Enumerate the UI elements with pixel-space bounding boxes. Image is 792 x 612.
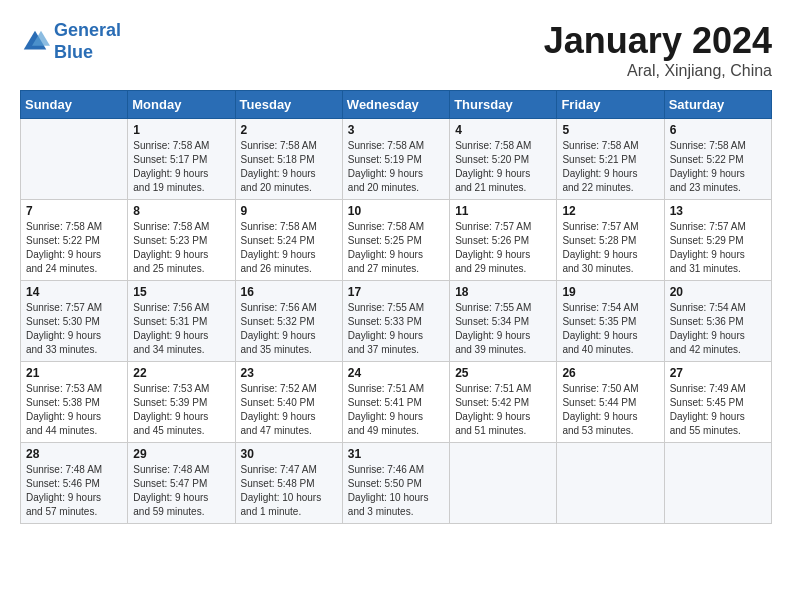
day-info: Sunrise: 7:47 AM Sunset: 5:48 PM Dayligh… (241, 463, 337, 519)
calendar-cell: 9Sunrise: 7:58 AM Sunset: 5:24 PM Daylig… (235, 200, 342, 281)
week-row-2: 7Sunrise: 7:58 AM Sunset: 5:22 PM Daylig… (21, 200, 772, 281)
calendar-cell (557, 443, 664, 524)
day-number: 3 (348, 123, 444, 137)
day-number: 23 (241, 366, 337, 380)
calendar-cell: 10Sunrise: 7:58 AM Sunset: 5:25 PM Dayli… (342, 200, 449, 281)
calendar-cell: 15Sunrise: 7:56 AM Sunset: 5:31 PM Dayli… (128, 281, 235, 362)
calendar-cell: 30Sunrise: 7:47 AM Sunset: 5:48 PM Dayli… (235, 443, 342, 524)
calendar-cell: 4Sunrise: 7:58 AM Sunset: 5:20 PM Daylig… (450, 119, 557, 200)
day-info: Sunrise: 7:55 AM Sunset: 5:34 PM Dayligh… (455, 301, 551, 357)
calendar-cell: 12Sunrise: 7:57 AM Sunset: 5:28 PM Dayli… (557, 200, 664, 281)
calendar-cell (450, 443, 557, 524)
calendar-cell: 11Sunrise: 7:57 AM Sunset: 5:26 PM Dayli… (450, 200, 557, 281)
calendar-cell: 1Sunrise: 7:58 AM Sunset: 5:17 PM Daylig… (128, 119, 235, 200)
day-info: Sunrise: 7:54 AM Sunset: 5:35 PM Dayligh… (562, 301, 658, 357)
day-number: 31 (348, 447, 444, 461)
day-info: Sunrise: 7:58 AM Sunset: 5:24 PM Dayligh… (241, 220, 337, 276)
calendar-cell: 31Sunrise: 7:46 AM Sunset: 5:50 PM Dayli… (342, 443, 449, 524)
calendar-cell: 24Sunrise: 7:51 AM Sunset: 5:41 PM Dayli… (342, 362, 449, 443)
day-header-wednesday: Wednesday (342, 91, 449, 119)
location: Aral, Xinjiang, China (544, 62, 772, 80)
calendar-cell: 25Sunrise: 7:51 AM Sunset: 5:42 PM Dayli… (450, 362, 557, 443)
calendar-cell: 29Sunrise: 7:48 AM Sunset: 5:47 PM Dayli… (128, 443, 235, 524)
day-number: 26 (562, 366, 658, 380)
day-number: 28 (26, 447, 122, 461)
day-info: Sunrise: 7:52 AM Sunset: 5:40 PM Dayligh… (241, 382, 337, 438)
day-header-saturday: Saturday (664, 91, 771, 119)
calendar-cell: 22Sunrise: 7:53 AM Sunset: 5:39 PM Dayli… (128, 362, 235, 443)
day-number: 22 (133, 366, 229, 380)
day-info: Sunrise: 7:58 AM Sunset: 5:19 PM Dayligh… (348, 139, 444, 195)
day-number: 4 (455, 123, 551, 137)
day-number: 20 (670, 285, 766, 299)
week-row-1: 1Sunrise: 7:58 AM Sunset: 5:17 PM Daylig… (21, 119, 772, 200)
day-info: Sunrise: 7:57 AM Sunset: 5:30 PM Dayligh… (26, 301, 122, 357)
calendar-cell: 13Sunrise: 7:57 AM Sunset: 5:29 PM Dayli… (664, 200, 771, 281)
day-header-friday: Friday (557, 91, 664, 119)
day-number: 11 (455, 204, 551, 218)
day-number: 5 (562, 123, 658, 137)
day-info: Sunrise: 7:54 AM Sunset: 5:36 PM Dayligh… (670, 301, 766, 357)
day-number: 18 (455, 285, 551, 299)
week-row-5: 28Sunrise: 7:48 AM Sunset: 5:46 PM Dayli… (21, 443, 772, 524)
calendar-cell: 2Sunrise: 7:58 AM Sunset: 5:18 PM Daylig… (235, 119, 342, 200)
day-info: Sunrise: 7:56 AM Sunset: 5:32 PM Dayligh… (241, 301, 337, 357)
day-info: Sunrise: 7:58 AM Sunset: 5:25 PM Dayligh… (348, 220, 444, 276)
calendar-cell: 16Sunrise: 7:56 AM Sunset: 5:32 PM Dayli… (235, 281, 342, 362)
logo-icon (20, 27, 50, 57)
day-number: 9 (241, 204, 337, 218)
calendar-cell: 7Sunrise: 7:58 AM Sunset: 5:22 PM Daylig… (21, 200, 128, 281)
day-number: 24 (348, 366, 444, 380)
day-info: Sunrise: 7:51 AM Sunset: 5:41 PM Dayligh… (348, 382, 444, 438)
day-info: Sunrise: 7:58 AM Sunset: 5:22 PM Dayligh… (670, 139, 766, 195)
day-info: Sunrise: 7:58 AM Sunset: 5:22 PM Dayligh… (26, 220, 122, 276)
week-row-3: 14Sunrise: 7:57 AM Sunset: 5:30 PM Dayli… (21, 281, 772, 362)
day-number: 25 (455, 366, 551, 380)
logo-text: General Blue (54, 20, 121, 63)
day-info: Sunrise: 7:55 AM Sunset: 5:33 PM Dayligh… (348, 301, 444, 357)
calendar-cell: 28Sunrise: 7:48 AM Sunset: 5:46 PM Dayli… (21, 443, 128, 524)
day-number: 12 (562, 204, 658, 218)
day-info: Sunrise: 7:56 AM Sunset: 5:31 PM Dayligh… (133, 301, 229, 357)
calendar-cell: 18Sunrise: 7:55 AM Sunset: 5:34 PM Dayli… (450, 281, 557, 362)
day-header-sunday: Sunday (21, 91, 128, 119)
calendar-cell: 5Sunrise: 7:58 AM Sunset: 5:21 PM Daylig… (557, 119, 664, 200)
day-header-monday: Monday (128, 91, 235, 119)
day-header-tuesday: Tuesday (235, 91, 342, 119)
logo: General Blue (20, 20, 121, 63)
calendar-header-row: SundayMondayTuesdayWednesdayThursdayFrid… (21, 91, 772, 119)
calendar-cell (21, 119, 128, 200)
day-number: 7 (26, 204, 122, 218)
calendar-cell: 6Sunrise: 7:58 AM Sunset: 5:22 PM Daylig… (664, 119, 771, 200)
day-info: Sunrise: 7:48 AM Sunset: 5:47 PM Dayligh… (133, 463, 229, 519)
calendar-cell: 8Sunrise: 7:58 AM Sunset: 5:23 PM Daylig… (128, 200, 235, 281)
calendar-cell: 21Sunrise: 7:53 AM Sunset: 5:38 PM Dayli… (21, 362, 128, 443)
day-number: 17 (348, 285, 444, 299)
day-number: 13 (670, 204, 766, 218)
day-info: Sunrise: 7:53 AM Sunset: 5:38 PM Dayligh… (26, 382, 122, 438)
week-row-4: 21Sunrise: 7:53 AM Sunset: 5:38 PM Dayli… (21, 362, 772, 443)
day-header-thursday: Thursday (450, 91, 557, 119)
day-number: 30 (241, 447, 337, 461)
calendar-cell: 17Sunrise: 7:55 AM Sunset: 5:33 PM Dayli… (342, 281, 449, 362)
calendar-cell: 26Sunrise: 7:50 AM Sunset: 5:44 PM Dayli… (557, 362, 664, 443)
day-number: 21 (26, 366, 122, 380)
calendar-cell: 19Sunrise: 7:54 AM Sunset: 5:35 PM Dayli… (557, 281, 664, 362)
calendar-cell: 23Sunrise: 7:52 AM Sunset: 5:40 PM Dayli… (235, 362, 342, 443)
day-info: Sunrise: 7:58 AM Sunset: 5:18 PM Dayligh… (241, 139, 337, 195)
month-title: January 2024 (544, 20, 772, 62)
day-info: Sunrise: 7:46 AM Sunset: 5:50 PM Dayligh… (348, 463, 444, 519)
day-number: 2 (241, 123, 337, 137)
day-info: Sunrise: 7:58 AM Sunset: 5:20 PM Dayligh… (455, 139, 551, 195)
page-header: General Blue January 2024 Aral, Xinjiang… (20, 20, 772, 80)
calendar-table: SundayMondayTuesdayWednesdayThursdayFrid… (20, 90, 772, 524)
title-block: January 2024 Aral, Xinjiang, China (544, 20, 772, 80)
day-info: Sunrise: 7:57 AM Sunset: 5:29 PM Dayligh… (670, 220, 766, 276)
day-info: Sunrise: 7:58 AM Sunset: 5:21 PM Dayligh… (562, 139, 658, 195)
day-number: 19 (562, 285, 658, 299)
day-info: Sunrise: 7:50 AM Sunset: 5:44 PM Dayligh… (562, 382, 658, 438)
calendar-cell: 14Sunrise: 7:57 AM Sunset: 5:30 PM Dayli… (21, 281, 128, 362)
day-info: Sunrise: 7:49 AM Sunset: 5:45 PM Dayligh… (670, 382, 766, 438)
day-info: Sunrise: 7:51 AM Sunset: 5:42 PM Dayligh… (455, 382, 551, 438)
day-number: 10 (348, 204, 444, 218)
